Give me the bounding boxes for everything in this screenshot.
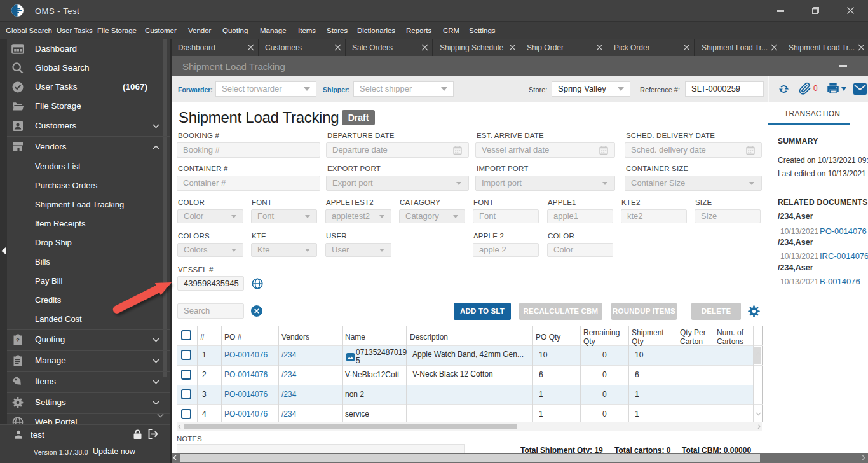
svg-text:?: ? (16, 336, 20, 343)
